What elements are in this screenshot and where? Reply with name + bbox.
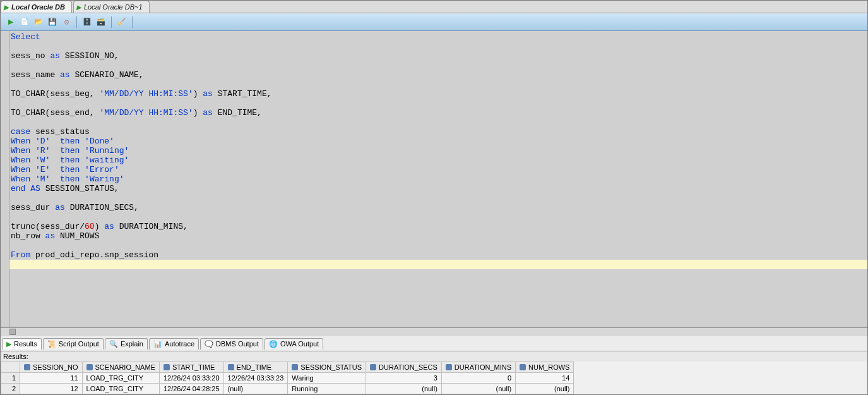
editor-line: nb_row as NUM_ROWS [9,231,867,241]
results-tab-owa-output[interactable]: 🌐OWA Output [265,338,323,349]
tab-icon: 📜 [47,340,56,348]
column-header[interactable]: END_TIME [223,362,288,373]
column-icon [24,364,30,370]
results-tab-autotrace[interactable]: 📊Autotrace [149,338,199,349]
column-header[interactable]: SESSION_STATUS [288,362,366,373]
column-header[interactable]: START_TIME [159,362,223,373]
tab-icon: ▶ [6,340,11,348]
cell[interactable]: (null) [223,384,288,394]
column-label: DURATION_SECS [379,363,437,371]
column-label: NUM_ROWS [528,363,569,371]
editor-line [9,212,867,222]
cell[interactable]: LOAD_TRG_CITY [82,384,159,394]
editor-line: When 'E' then 'Error' [9,165,867,174]
app-root: ▶Local Oracle DB▶Local Oracle DB~1 ▶ 📄 📂… [0,0,868,395]
cell[interactable]: (null) [441,384,515,394]
editor-line [9,260,867,269]
cell[interactable]: 12/26/24 03:33:20 [159,373,223,384]
column-icon [86,364,93,370]
eraser-icon: 🧹 [117,18,126,26]
column-header[interactable]: SESSION_NO [20,362,83,373]
toolbar-separator [132,16,133,28]
results-tab-explain[interactable]: 🔍Explain [105,338,148,349]
connection-tab[interactable]: ▶Local Oracle DB [1,1,72,13]
cell[interactable]: 12 [20,384,83,394]
cell[interactable]: 12/26/24 03:33:23 [223,373,288,384]
table-row[interactable]: 111LOAD_TRG_CITY12/26/24 03:33:2012/26/2… [1,373,574,384]
tab-label: Local Oracle DB~1 [84,3,143,11]
tab-icon: 🔍 [109,340,118,348]
results-tab-label: Autotrace [165,340,194,348]
cell[interactable]: 0 [441,373,515,384]
column-label: SCENARIO_NAME [95,363,155,371]
column-header[interactable]: DURATION_MINS [441,362,515,373]
sql-editor[interactable]: Select sess_no as SESSION_NO, sess_name … [9,31,867,327]
editor-line [9,80,867,89]
column-label: SESSION_STATUS [300,363,362,371]
results-tab-label: Explain [121,340,143,348]
cancel-icon: ⦸ [64,18,69,26]
cell[interactable]: (null) [516,384,574,394]
results-table[interactable]: SESSION_NOSCENARIO_NAMESTART_TIMEEND_TIM… [1,362,574,394]
toolbar-separator [76,16,77,28]
column-label: DURATION_MINS [455,363,511,371]
editor-line: TO_CHAR(sess_beg, 'MM/DD/YY HH:MI:SS') a… [9,89,867,99]
results-tab-script-output[interactable]: 📜Script Output [43,338,104,349]
editor-line: From prod_odi_repo.snp_session [9,250,867,260]
results-label: Results: [1,351,867,362]
cell[interactable]: Waring [288,373,366,384]
editor-line [9,118,867,127]
row-header-blank [1,362,20,373]
rollback-button[interactable]: 🗃️ [95,16,107,28]
cell[interactable]: 12/26/24 04:28:25 [159,384,223,394]
cell[interactable]: 3 [366,373,442,384]
document-icon: 📄 [20,18,29,26]
cell[interactable]: (null) [366,384,442,394]
horizontal-scrollbar[interactable] [1,327,867,336]
table-row[interactable]: 212LOAD_TRG_CITY12/26/24 04:28:25(null)R… [1,384,574,394]
column-label: END_TIME [237,363,272,371]
cell[interactable]: 14 [516,373,574,384]
cell[interactable]: LOAD_TRG_CITY [82,373,159,384]
connection-tab[interactable]: ▶Local Oracle DB~1 [73,1,150,13]
results-grid: SESSION_NOSCENARIO_NAMESTART_TIMEEND_TIM… [1,362,867,394]
db-rollback-icon: 🗃️ [97,18,105,26]
open-button[interactable]: 📂 [32,16,45,28]
editor-line: end AS SESSION_STATUS, [9,184,867,193]
column-icon [520,364,526,370]
run-button[interactable]: ▶ [4,16,17,28]
results-tab-dbms-output[interactable]: 🗨️DBMS Output [200,338,263,349]
column-label: START_TIME [172,363,215,371]
scrollbar-thumb[interactable] [9,329,16,335]
editor-line: Select [9,32,867,42]
cell[interactable]: Running [288,384,366,394]
folder-open-icon: 📂 [34,18,43,26]
column-header[interactable]: NUM_ROWS [516,362,574,373]
db-commit-icon: 🗄️ [83,18,92,26]
editor-line [9,99,867,108]
editor-line: TO_CHAR(sess_end, 'MM/DD/YY HH:MI:SS') a… [9,108,867,118]
results-tabs: ▶Results📜Script Output🔍Explain📊Autotrace… [1,336,867,351]
connection-tabs: ▶Local Oracle DB▶Local Oracle DB~1 [1,1,867,13]
row-number: 1 [1,373,20,384]
column-icon [292,364,298,370]
results-tab-label: OWA Output [280,340,319,348]
cell[interactable]: 11 [20,373,83,384]
editor-line: When 'D' then 'Done' [9,137,867,146]
clear-button[interactable]: 🧹 [116,16,128,28]
results-tab-label: DBMS Output [216,340,259,348]
commit-button[interactable]: 🗄️ [81,16,93,28]
cancel-button[interactable]: ⦸ [60,16,73,28]
results-tab-results[interactable]: ▶Results [2,338,42,349]
play-icon: ▶ [8,18,13,26]
column-label: SESSION_NO [33,363,78,371]
new-worksheet-button[interactable]: 📄 [18,16,31,28]
toolbar-separator [111,16,112,28]
editor-line: case sess_status [9,127,867,137]
editor-line: sess_dur as DURATION_SECS, [9,203,867,212]
column-header[interactable]: SCENARIO_NAME [82,362,159,373]
column-header[interactable]: DURATION_SECS [366,362,442,373]
tab-icon: 🌐 [269,340,278,348]
save-button[interactable]: 💾 [46,16,59,28]
editor-line: When 'W' then 'waiting' [9,155,867,165]
